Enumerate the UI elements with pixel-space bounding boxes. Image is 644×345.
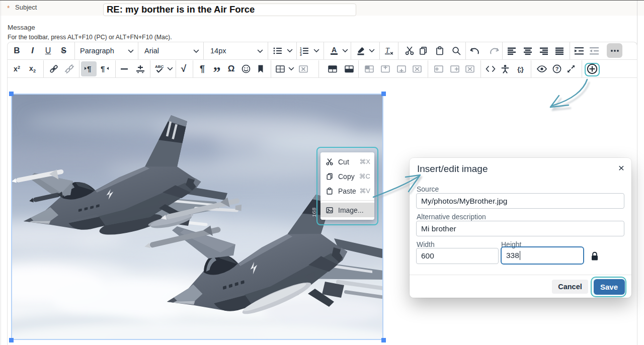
svg-text:¶: ¶ [101, 64, 105, 73]
svg-text:3: 3 [300, 53, 302, 56]
svg-text:A: A [332, 46, 337, 54]
svg-text:T: T [385, 47, 390, 54]
svg-text:ABC: ABC [155, 64, 164, 69]
svg-text:¶: ¶ [87, 64, 91, 73]
